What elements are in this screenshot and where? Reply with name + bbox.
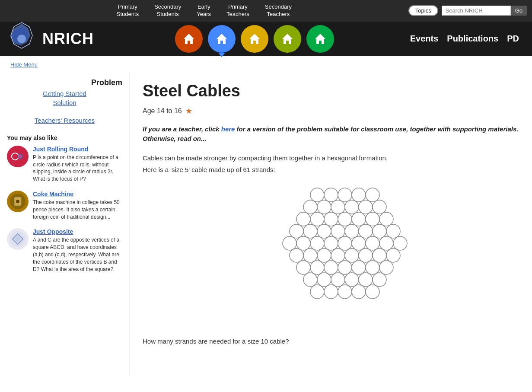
size-text: Here is a 'size 5' cable made up of 61 s…	[143, 166, 519, 173]
svg-point-68	[359, 273, 373, 287]
svg-point-38	[373, 224, 386, 238]
teacher-note-prefix: If you are a teacher, click	[143, 125, 221, 133]
home-icon-early	[247, 31, 262, 47]
thumb-icon-3	[9, 230, 26, 248]
svg-point-23	[359, 200, 373, 214]
logo-bar: NRICH	[0, 22, 532, 56]
nav-circle-secondary-teachers[interactable]	[306, 25, 334, 53]
home-icon-pteachers	[280, 31, 295, 47]
related-title-1[interactable]: Just Rolling Round	[33, 146, 88, 153]
logo-text[interactable]: NRICH	[42, 30, 94, 48]
svg-point-45	[352, 236, 366, 250]
svg-point-24	[373, 200, 386, 214]
svg-point-55	[373, 249, 386, 262]
related-thumb-3	[7, 228, 29, 250]
svg-point-35	[331, 224, 345, 238]
nav-circle-primary-teachers[interactable]	[274, 25, 301, 53]
search-input[interactable]	[442, 6, 511, 16]
related-thumb-2	[7, 191, 29, 212]
svg-point-20	[317, 200, 331, 214]
svg-point-70	[310, 285, 324, 299]
svg-point-26	[310, 212, 324, 226]
publications-link[interactable]: Publications	[447, 34, 498, 44]
svg-point-44	[338, 236, 352, 250]
svg-point-69	[373, 273, 386, 287]
svg-point-71	[324, 285, 338, 299]
svg-point-14	[310, 188, 324, 202]
related-desc-3: A and C are the opposite vertices of a s…	[33, 236, 122, 273]
svg-point-52	[331, 249, 345, 262]
svg-point-73	[352, 285, 366, 299]
related-title-3[interactable]: Just Opposite	[33, 228, 73, 235]
svg-point-31	[379, 212, 393, 226]
related-content-3: Just Opposite A and C are the opposite v…	[33, 228, 122, 273]
teachers-resources-link[interactable]: Teachers' Resources	[7, 117, 122, 124]
nav-icons	[99, 25, 410, 53]
svg-point-37	[359, 224, 373, 238]
nav-circle-early-years[interactable]	[241, 25, 268, 53]
search-area: Go	[442, 6, 527, 16]
nrich-logo-icon	[4, 22, 39, 56]
svg-point-60	[338, 261, 352, 274]
you-may-also-like-label: You may also like	[7, 134, 122, 141]
getting-started-link[interactable]: Getting Started	[7, 90, 122, 97]
svg-point-46	[366, 236, 379, 250]
related-thumb-1	[7, 146, 29, 167]
nav-secondary-teachers[interactable]: SecondaryTeachers	[257, 3, 299, 19]
sidebar: Problem Getting Started Solution Teacher…	[0, 73, 130, 376]
problem-label: Problem	[7, 78, 122, 87]
svg-point-59	[324, 261, 338, 274]
star-icon: ★	[185, 106, 192, 116]
solution-link[interactable]: Solution	[7, 99, 122, 106]
nav-secondary-students[interactable]: SecondaryStudents	[147, 3, 189, 19]
svg-point-17	[352, 188, 366, 202]
svg-point-57	[296, 261, 310, 274]
nav-early-years[interactable]: EarlyYears	[189, 3, 219, 19]
nav-circle-secondary-students[interactable]	[208, 25, 236, 53]
thumb-icon-2	[9, 193, 26, 210]
nav-primary-teachers[interactable]: PrimaryTeachers	[219, 3, 257, 19]
age-line: Age 14 to 16 ★	[143, 106, 519, 116]
svg-point-67	[345, 273, 359, 287]
related-title-2[interactable]: Coke Machine	[33, 191, 73, 198]
go-button[interactable]: Go	[511, 6, 527, 16]
home-icon-secondary	[214, 31, 229, 47]
problem-title: Steel Cables	[143, 82, 519, 100]
svg-point-62	[366, 261, 379, 274]
svg-point-39	[386, 224, 400, 238]
svg-point-41	[296, 236, 310, 250]
svg-point-51	[317, 249, 331, 262]
svg-point-43	[324, 236, 338, 250]
svg-point-40	[283, 236, 296, 250]
svg-point-56	[386, 249, 400, 262]
topics-button[interactable]: Topics	[408, 5, 438, 16]
svg-point-18	[366, 188, 379, 202]
svg-point-72	[338, 285, 352, 299]
svg-point-74	[366, 285, 379, 299]
svg-point-28	[338, 212, 352, 226]
svg-point-22	[345, 200, 359, 214]
related-desc-1: P is a point on the circumference of a c…	[33, 154, 122, 183]
teacher-note-link[interactable]: here	[221, 125, 235, 133]
main-layout: Problem Getting Started Solution Teacher…	[0, 73, 532, 376]
pd-link[interactable]: PD	[507, 34, 519, 44]
home-icon-primary	[181, 31, 197, 47]
related-item-just-opposite: Just Opposite A and C are the opposite v…	[7, 228, 122, 273]
svg-point-16	[338, 188, 352, 202]
hide-menu-text: Hide Menu	[5, 59, 43, 70]
related-content-2: Coke Machine The coke machine in college…	[33, 191, 122, 220]
hide-menu-link[interactable]: Hide Menu	[0, 56, 532, 73]
right-nav: Events Publications PD	[410, 34, 519, 44]
svg-point-42	[310, 236, 324, 250]
related-item-just-rolling-round: Just Rolling Round P is a point on the c…	[7, 146, 122, 183]
svg-point-53	[345, 249, 359, 262]
logo-area[interactable]: NRICH	[4, 22, 99, 56]
svg-point-36	[345, 224, 359, 238]
nav-circle-primary-students[interactable]	[175, 25, 203, 53]
related-content-1: Just Rolling Round P is a point on the c…	[33, 146, 122, 183]
nav-primary-students[interactable]: PrimaryStudents	[109, 3, 147, 19]
svg-point-7	[19, 155, 22, 158]
svg-point-48	[393, 236, 407, 250]
events-link[interactable]: Events	[410, 34, 439, 44]
svg-point-65	[317, 273, 331, 287]
